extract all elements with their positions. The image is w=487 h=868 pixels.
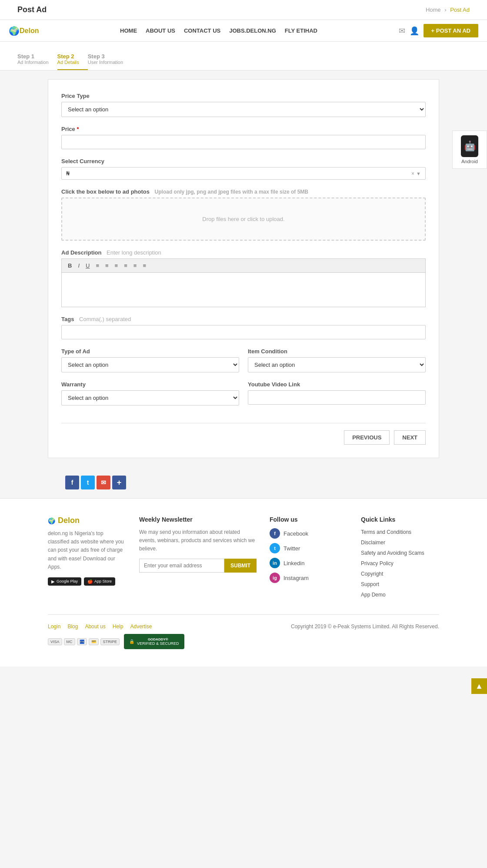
footer-about[interactable]: About us	[85, 623, 105, 630]
link-terms[interactable]: Terms and Conditions	[361, 529, 411, 535]
form-footer: PREVIOUS NEXT	[61, 423, 426, 445]
nav-home[interactable]: HOME	[120, 27, 137, 34]
breadcrumb-current: Post Ad	[450, 7, 470, 13]
footer-blog[interactable]: Blog	[67, 623, 78, 630]
align-btn-1[interactable]: ≡	[113, 261, 120, 270]
mc-icon: MC	[64, 638, 75, 645]
footer-bottom-links: Login Blog About us Help Advertise	[48, 623, 152, 630]
align-btn-4[interactable]: ≡	[141, 261, 148, 270]
follow-instagram[interactable]: ig Instagram	[270, 573, 348, 583]
twitter-label: Twitter	[284, 545, 300, 552]
nav-about[interactable]: ABOUT US	[146, 27, 175, 34]
google-play-badge[interactable]: ▶ Google Play	[48, 577, 81, 586]
steps: Step 1 Ad Information Step 2 Ad Details …	[17, 49, 470, 70]
nav-jobs[interactable]: JOBS.DELON.NG	[229, 27, 276, 34]
quick-links-heading: Quick Links	[361, 516, 439, 523]
currency-label: Select Currency	[61, 158, 426, 164]
price-type-label: Price Type	[61, 93, 426, 99]
warranty-select[interactable]: Select an option	[61, 390, 239, 406]
newsletter-email-input[interactable]	[139, 559, 224, 573]
footer-logo-text: Delon	[58, 516, 80, 525]
follow-twitter[interactable]: t Twitter	[270, 543, 348, 553]
footer-grid: 🌍 Delon delon.ng is Nigeria's top classi…	[48, 516, 439, 601]
type-of-ad-select[interactable]: Select an option	[61, 357, 239, 372]
price-group: Price *	[61, 126, 426, 149]
newsletter-text: We may send you information about relate…	[139, 528, 257, 553]
apple-icon: 🍎	[87, 579, 93, 584]
payment-security: VISA MC 🏧 💳 STRIPE 🔒 GODADDY® VERIFIED &…	[48, 634, 184, 649]
google-play-label: Google Play	[57, 579, 78, 583]
tags-input[interactable]	[61, 325, 426, 339]
next-button[interactable]: NEXT	[394, 430, 426, 445]
android-sidebar: 🤖 Android	[452, 131, 487, 169]
nav-contact[interactable]: CONTACT US	[184, 27, 220, 34]
link-support[interactable]: Support	[361, 581, 379, 587]
nav-links: HOME ABOUT US CONTACT US JOBS.DELON.NG F…	[120, 27, 317, 34]
step-3-label: User Information	[88, 60, 123, 65]
link-copyright[interactable]: Copyright	[361, 571, 383, 577]
italic-btn[interactable]: I	[76, 261, 81, 270]
facebook-share-button[interactable]: f	[65, 476, 79, 489]
file-upload-area[interactable]: Drop files here or click to upload.	[61, 198, 426, 241]
description-placeholder-hint: Enter long description	[107, 249, 161, 256]
step-3-num: Step 3	[88, 53, 123, 60]
post-ad-button[interactable]: + POST AN AD	[424, 24, 478, 37]
godaddy-text: GODADDY®	[137, 637, 179, 641]
breadcrumb-home[interactable]: Home	[426, 7, 441, 13]
align-btn-3[interactable]: ≡	[132, 261, 139, 270]
price-required: *	[77, 126, 79, 132]
steps-container: Step 1 Ad Information Step 2 Ad Details …	[0, 42, 487, 70]
nav-etihad[interactable]: FLY ETIHAD	[285, 27, 317, 34]
newsletter-submit-button[interactable]: SUBMIT	[224, 559, 257, 573]
step-1-label: Ad Information	[17, 60, 49, 65]
footer-brand: 🌍 Delon delon.ng is Nigeria's top classi…	[48, 516, 126, 601]
drop-text: Drop files here or click to upload.	[202, 216, 284, 222]
list-btn-2[interactable]: ≡	[103, 261, 110, 270]
footer-help[interactable]: Help	[113, 623, 123, 630]
copyright-text: Copyright 2019 © e-Peak Systems Limited.…	[291, 623, 439, 630]
follow-list: f Facebook t Twitter in Linkedin ig Inst…	[270, 528, 348, 583]
social-share: f t ✉ +	[48, 467, 439, 498]
user-icon[interactable]: 👤	[410, 26, 419, 36]
link-safety[interactable]: Safety and Avoiding Scams	[361, 550, 424, 556]
facebook-label: Facebook	[284, 530, 308, 537]
follow-linkedin[interactable]: in Linkedin	[270, 558, 348, 568]
list-btn-1[interactable]: ≡	[94, 261, 101, 270]
description-editor[interactable]	[61, 272, 426, 307]
previous-button[interactable]: PREVIOUS	[344, 430, 390, 445]
link-disclaimer[interactable]: Disclaimer	[361, 540, 385, 546]
email-share-button[interactable]: ✉	[97, 476, 110, 489]
message-icon[interactable]: ✉	[399, 26, 405, 36]
app-store-badge[interactable]: 🍎 App Store	[84, 577, 115, 586]
twitter-share-button[interactable]: t	[81, 476, 95, 489]
currency-group: Select Currency ₦ × ▼	[61, 158, 426, 180]
quick-link-safety: Safety and Avoiding Scams	[361, 549, 439, 556]
follow-facebook[interactable]: f Facebook	[270, 528, 348, 539]
footer-advertise[interactable]: Advertise	[130, 623, 152, 630]
item-condition-select[interactable]: Select an option	[248, 357, 426, 372]
currency-clear[interactable]: ×	[411, 171, 414, 177]
footer-login[interactable]: Login	[48, 623, 60, 630]
navbar: 🌍 Delon HOME ABOUT US CONTACT US JOBS.DE…	[0, 20, 487, 42]
underline-btn[interactable]: U	[84, 261, 91, 270]
currency-wrapper[interactable]: ₦ × ▼	[61, 167, 426, 180]
breadcrumb-sep: ›	[444, 7, 446, 13]
quick-link-support: Support	[361, 580, 439, 587]
warranty-youtube-row: Warranty Select an option Youtube Video …	[61, 381, 426, 414]
warranty-group: Warranty Select an option	[61, 381, 239, 406]
type-condition-row: Type of Ad Select an option Item Conditi…	[61, 348, 426, 381]
bold-btn[interactable]: B	[66, 261, 73, 270]
more-share-button[interactable]: +	[112, 476, 126, 489]
quick-links-list: Terms and Conditions Disclaimer Safety a…	[361, 528, 439, 598]
footer-quick-links: Quick Links Terms and Conditions Disclai…	[361, 516, 439, 601]
price-input[interactable]	[61, 135, 426, 149]
align-btn-2[interactable]: ≡	[122, 261, 129, 270]
instagram-label: Instagram	[284, 575, 309, 581]
type-of-ad-group: Type of Ad Select an option	[61, 348, 239, 372]
price-type-select[interactable]: Select an option	[61, 102, 426, 117]
youtube-input[interactable]	[248, 390, 426, 405]
link-app-demo[interactable]: App Demo	[361, 592, 386, 598]
footer-newsletter: Weekly Newsletter We may send you inform…	[139, 516, 257, 601]
payment-icons: VISA MC 🏧 💳 STRIPE	[48, 638, 120, 645]
link-privacy[interactable]: Privacy Policy	[361, 560, 394, 566]
